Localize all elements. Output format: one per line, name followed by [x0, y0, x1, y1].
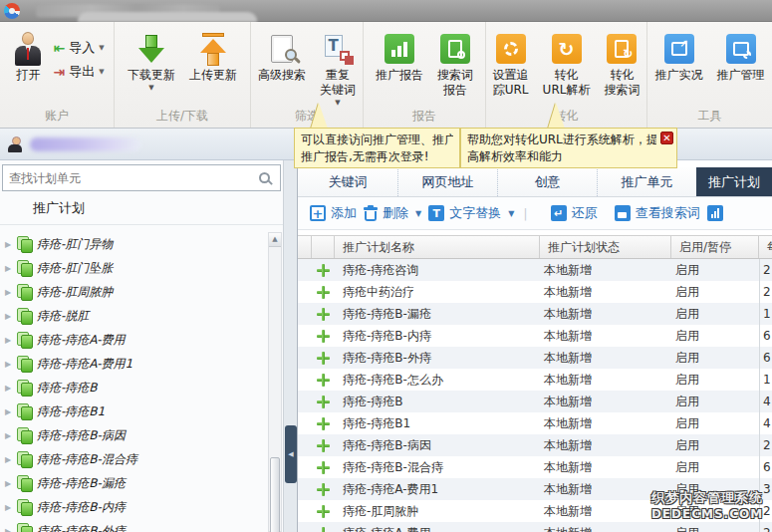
expand-plus-icon[interactable] [317, 264, 330, 277]
expand-plus-icon[interactable] [317, 439, 330, 452]
tree-item[interactable]: ▶ 痔疮-肛周脓肿 [0, 280, 267, 304]
tree-item[interactable]: ▶ 痔疮-脱肛 [0, 304, 267, 328]
expand-plus-icon[interactable] [317, 286, 330, 299]
tree-item[interactable]: ▶ 痔疮-肛门坠胀 [0, 256, 267, 280]
expand-arrow-icon[interactable]: ▶ [5, 264, 13, 273]
delete-dropdown-caret-icon[interactable]: ▼ [415, 209, 421, 218]
cell-toggle[interactable]: 启用 [671, 328, 759, 345]
cell-toggle[interactable]: 启用 [671, 372, 759, 389]
cell-toggle[interactable]: 启用 [671, 306, 759, 323]
expand-arrow-icon[interactable]: ▶ [5, 360, 13, 369]
table-row[interactable]: 痔疮-痔疮B-内痔 本地新增 启用 6 [298, 325, 772, 347]
table-row[interactable]: 痔疮-痔疮B-混合痔 本地新增 启用 6 [298, 456, 772, 478]
cell-plan-status: 本地新增 [540, 525, 671, 532]
expand-arrow-icon[interactable]: ▶ [5, 503, 13, 512]
cell-budget: 6 [759, 460, 772, 474]
expand-arrow-icon[interactable]: ▶ [5, 431, 13, 440]
cell-toggle[interactable]: 启用 [671, 284, 759, 301]
plan-search-input[interactable] [3, 171, 259, 185]
cell-toggle[interactable]: 启用 [671, 525, 759, 532]
table-row[interactable]: 痔疮-痔疮B 本地新增 启用 4 [298, 391, 772, 412]
table-row[interactable]: 痔疮中药治疗 本地新增 启用 2 [298, 281, 772, 303]
expand-arrow-icon[interactable]: ▶ [5, 455, 13, 464]
plan-folder-icon [17, 523, 33, 532]
expand-plus-icon[interactable] [317, 308, 330, 321]
cell-toggle[interactable]: 启用 [671, 415, 759, 432]
tree-item[interactable]: ▶ 痔疮-痔疮B [0, 376, 267, 399]
tab-creatives[interactable]: 创意 [497, 167, 597, 196]
tree-item-label: 痔疮-痔疮B1 [37, 403, 105, 420]
tree-item[interactable]: ▶ 痔疮-痔疮B-外痔 [0, 519, 267, 532]
table-row[interactable]: 痔疮-痔疮B-病因 本地新增 启用 2 [298, 434, 772, 456]
expand-arrow-icon[interactable]: ▶ [5, 407, 13, 416]
expand-plus-icon[interactable] [317, 461, 330, 474]
tree-item[interactable]: ▶ 痔疮-痔疮B-病因 [0, 423, 267, 447]
expand-plus-icon[interactable] [317, 417, 330, 430]
ribbon-group-convert: 设置追 踪URL ↻ 转化 URL解析 ↻ 转化 搜索词 转化 [486, 22, 647, 128]
tree-item[interactable]: ▶ 痔疮-痔疮B-混合痔 [0, 447, 267, 471]
tree-item[interactable]: ▶ 痔疮-痔疮B1 [0, 399, 267, 423]
cell-toggle[interactable]: 启用 [671, 350, 759, 367]
cell-budget: 2 [759, 526, 772, 532]
table-row[interactable]: 痔疮-痔疮A-费用 本地新增 启用 2 [298, 522, 772, 532]
expand-plus-icon[interactable] [317, 396, 330, 408]
text-replace-button[interactable]: T 文字替换 [428, 204, 501, 222]
search-icon[interactable] [259, 172, 270, 183]
download-dropdown-caret-icon[interactable]: ▼ [148, 84, 153, 92]
tree-item[interactable]: ▶ 痔疮-痔疮A-费用 [0, 328, 267, 352]
expand-arrow-icon[interactable]: ▶ [5, 336, 13, 345]
expand-arrow-icon[interactable]: ▶ [5, 312, 13, 321]
cell-toggle[interactable]: 启用 [671, 437, 759, 454]
expand-arrow-icon[interactable]: ▶ [5, 479, 13, 488]
expand-plus-icon[interactable] [317, 374, 330, 387]
expand-arrow-icon[interactable]: ▶ [5, 288, 13, 297]
close-icon[interactable]: ✕ [660, 132, 673, 144]
title-bar[interactable] [0, 0, 772, 22]
scroll-up-arrow-icon[interactable]: ▲ [269, 233, 281, 247]
expand-arrow-icon[interactable]: ▶ [5, 527, 13, 532]
header-cell-toggle[interactable]: 启用/暂停 [671, 236, 759, 258]
expand-arrow-icon[interactable]: ▶ [5, 384, 13, 393]
duplicate-keywords-caret-icon[interactable]: ▼ [335, 99, 340, 107]
header-cell-status[interactable]: 推广计划状态 [540, 236, 671, 258]
text-replace-caret-icon[interactable]: ▼ [508, 209, 514, 218]
header-cell-budget[interactable]: 每 [759, 236, 772, 258]
report-chart-icon[interactable] [707, 205, 723, 221]
tree-item[interactable]: ▶ 痔疮-痔疮A-费用1 [0, 352, 267, 376]
import-button[interactable]: ⇤ 导入 ▼ [53, 39, 104, 57]
tree-scrollbar[interactable]: ▲ [268, 232, 282, 532]
tab-promo-plans[interactable]: 推广计划 [696, 167, 772, 196]
expand-plus-icon[interactable] [317, 352, 330, 365]
tab-promo-units[interactable]: 推广单元 [597, 167, 696, 196]
expand-arrow-icon[interactable]: ▶ [5, 240, 13, 249]
view-search-terms-button[interactable]: 查看搜索词 [615, 204, 700, 222]
scrollbar-thumb[interactable] [270, 457, 280, 532]
collapse-panel-button[interactable]: ◀ [285, 425, 297, 483]
delete-button[interactable]: 删除 [364, 204, 408, 222]
table-row[interactable]: 痔疮-痔疮B-外痔 本地新增 启用 6 [298, 347, 772, 369]
export-button[interactable]: ⇥ 导出 ▼ [53, 63, 104, 81]
cell-toggle[interactable]: 启用 [671, 459, 759, 476]
tree-item[interactable]: ▶ 痔疮-痔疮B-内痔 [0, 495, 267, 519]
table-row[interactable]: 痔疮-痔疮咨询 本地新增 启用 2 [298, 259, 772, 281]
table-row[interactable]: 痔疮-痔疮B1 本地新增 启用 4 [298, 412, 772, 434]
header-cell-name[interactable]: 推广计划名称 [335, 236, 540, 258]
table-row[interactable]: 痔疮-痔疮B-漏疮 本地新增 启用 1 [298, 303, 772, 325]
panel-splitter[interactable]: ◀ [283, 160, 298, 532]
tree-item[interactable]: ▶ 痔疮-痔疮B-漏疮 [0, 471, 267, 495]
add-button[interactable]: + 添加 [310, 204, 357, 222]
tab-web-addresses[interactable]: 网页地址 [397, 167, 497, 196]
tab-keywords[interactable]: 关键词 [298, 167, 397, 196]
cell-toggle[interactable]: 启用 [671, 262, 759, 279]
expand-plus-icon[interactable] [317, 330, 330, 343]
cell-plan-name: 痔疮-痔疮咨询 [335, 262, 540, 279]
restore-button[interactable]: ↵ 还原 [551, 204, 598, 222]
expand-plus-icon[interactable] [317, 527, 330, 532]
export-dropdown-caret-icon[interactable]: ▼ [99, 68, 104, 76]
expand-plus-icon[interactable] [317, 483, 330, 496]
import-dropdown-caret-icon[interactable]: ▼ [99, 44, 104, 52]
cell-toggle[interactable]: 启用 [671, 394, 759, 410]
tree-item[interactable]: ▶ 痔疮-肛门异物 [0, 232, 267, 256]
expand-plus-icon[interactable] [317, 505, 330, 518]
table-row[interactable]: 痔疮-痔疮B-怎么办 本地新增 启用 1 [298, 369, 772, 391]
